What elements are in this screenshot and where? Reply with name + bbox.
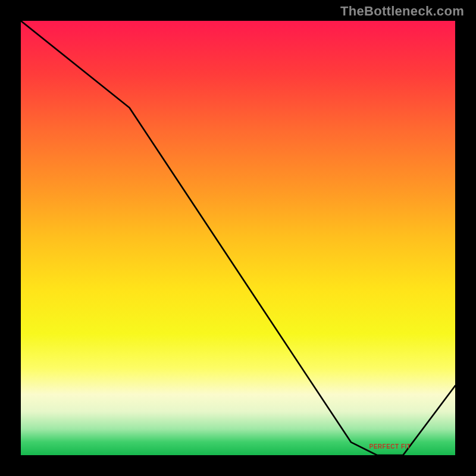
chart-frame: TheBottleneck.com PERFECT FIT <box>0 0 476 476</box>
plot-area: PERFECT FIT <box>21 21 455 455</box>
perfect-fit-annotation: PERFECT FIT <box>369 443 411 450</box>
curve-path <box>21 21 455 455</box>
watermark-label: TheBottleneck.com <box>340 4 464 19</box>
chart-line-svg <box>21 21 455 455</box>
